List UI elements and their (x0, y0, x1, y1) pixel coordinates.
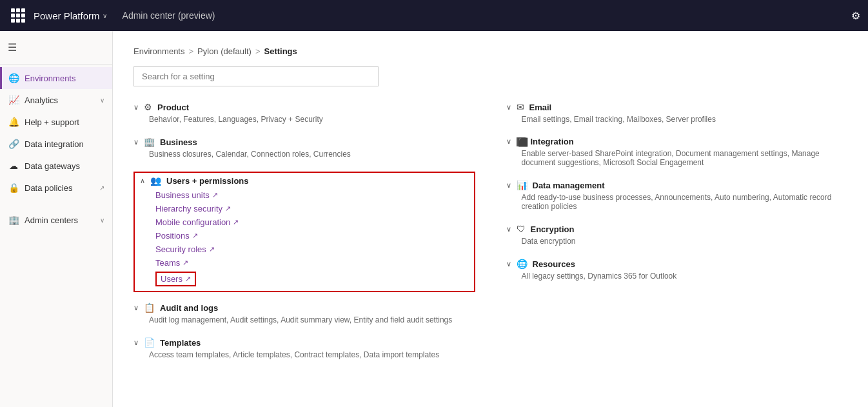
settings-columns: ∨ ⚙ Product Behavior, Features, Language… (133, 102, 847, 372)
sidebar-top: ☰ (0, 31, 112, 65)
chevron-down-icon: ∨ (133, 138, 139, 146)
audit-logs-title: Audit and logs (160, 303, 218, 313)
email-icon: ✉ (517, 102, 524, 112)
templates-desc: Access team templates, Article templates… (149, 350, 475, 359)
sidebar-item-analytics[interactable]: 📈 Analytics ∨ (0, 89, 112, 111)
hierarchy-security-label: Hierarchy security (155, 204, 222, 213)
integration-title: Integration (531, 137, 574, 146)
users-icon: 👥 (150, 175, 161, 186)
audit-logs-header[interactable]: ∨ 📋 Audit and logs (133, 303, 475, 313)
email-desc: Email settings, Email tracking, Mailboxe… (522, 115, 848, 124)
integration-desc: Enable server-based SharePoint integrati… (522, 149, 848, 167)
data-policies-icon: 🔒 (8, 183, 19, 193)
data-management-header[interactable]: ∨ 📊 Data management (506, 180, 848, 190)
sidebar-item-label: Data policies (25, 183, 94, 193)
product-title: Product (157, 103, 189, 112)
users-permissions-header[interactable]: ∧ 👥 Users + permissions (140, 175, 469, 186)
external-link-icon: ↗ (185, 275, 191, 283)
resources-desc: All legacy settings, Dynamics 365 for Ou… (522, 272, 848, 281)
product-desc: Behavior, Features, Languages, Privacy +… (149, 115, 475, 124)
sidebar-nav: 🌐 Environments 📈 Analytics ∨ 🔔 Help + su… (0, 67, 112, 231)
product-icon: ⚙ (144, 102, 152, 112)
gear-icon[interactable]: ⚙ (851, 10, 860, 22)
hierarchy-security-link[interactable]: Hierarchy security ↗ (155, 202, 469, 215)
waffle-button[interactable] (8, 5, 28, 26)
business-icon: 🏢 (144, 137, 155, 147)
business-units-link[interactable]: Business units ↗ (155, 188, 469, 202)
business-section: ∨ 🏢 Business Business closures, Calendar… (133, 137, 475, 159)
sidebar-item-label: Analytics (25, 95, 95, 105)
chevron-down-icon: ∨ (506, 181, 511, 190)
business-units-label: Business units (155, 190, 210, 200)
app-title-chevron: ∨ (103, 12, 107, 19)
external-link-icon: ↗ (225, 204, 231, 213)
sidebar-item-admin-centers[interactable]: 🏢 Admin centers ∨ (0, 209, 112, 231)
sidebar-item-help-support[interactable]: 🔔 Help + support (0, 111, 112, 133)
encryption-header[interactable]: ∨ 🛡 Encryption (506, 224, 848, 234)
teams-link[interactable]: Teams ↗ (155, 256, 469, 270)
chevron-down-icon: ∨ (133, 339, 139, 347)
users-highlighted-box: Users ↗ (155, 272, 196, 286)
main-layout: ☰ 🌐 Environments 📈 Analytics ∨ 🔔 Help + … (0, 31, 868, 407)
data-management-section: ∨ 📊 Data management Add ready-to-use bus… (506, 180, 848, 211)
positions-link[interactable]: Positions ↗ (155, 229, 469, 243)
resources-icon: 🌐 (517, 259, 528, 269)
top-navigation: Power Platform ∨ Admin center (preview) … (0, 0, 868, 31)
encryption-icon: 🛡 (517, 224, 526, 234)
sidebar-item-data-integration[interactable]: 🔗 Data integration (0, 133, 112, 155)
external-link-icon: ↗ (233, 218, 239, 226)
integration-icon: ⬛ (517, 137, 526, 146)
settings-left-column: ∨ ⚙ Product Behavior, Features, Language… (133, 102, 475, 372)
data-integration-icon: 🔗 (8, 139, 19, 149)
sidebar-item-data-gateways[interactable]: ☁ Data gateways (0, 155, 112, 177)
data-management-icon: 📊 (517, 180, 528, 190)
templates-section: ∨ 📄 Templates Access team templates, Art… (133, 337, 475, 359)
chevron-down-icon: ∨ (133, 103, 139, 112)
security-roles-label: Security roles (155, 244, 206, 254)
sidebar-item-label: Admin centers (25, 215, 95, 225)
content-area: Environments > Pylon (default) > Setting… (113, 31, 868, 407)
email-section-header[interactable]: ∨ ✉ Email (506, 102, 848, 112)
teams-label: Teams (155, 258, 180, 268)
encryption-desc: Data encryption (522, 237, 848, 246)
external-link-icon: ↗ (209, 245, 215, 253)
users-permissions-section: ∧ 👥 Users + permissions Business units ↗… (133, 172, 475, 292)
sidebar-item-data-policies[interactable]: 🔒 Data policies ↗ (0, 177, 112, 199)
resources-header[interactable]: ∨ 🌐 Resources (506, 259, 848, 269)
product-section-header[interactable]: ∨ ⚙ Product (133, 102, 475, 112)
email-section: ∨ ✉ Email Email settings, Email tracking… (506, 102, 848, 124)
app-title[interactable]: Power Platform ∨ (34, 10, 107, 21)
resources-section: ∨ 🌐 Resources All legacy settings, Dynam… (506, 259, 848, 281)
audit-logs-section: ∨ 📋 Audit and logs Audit log management,… (133, 303, 475, 324)
chevron-down-icon: ∨ (506, 225, 511, 233)
business-title: Business (160, 137, 197, 147)
breadcrumb-environments[interactable]: Environments (133, 46, 184, 56)
breadcrumb: Environments > Pylon (default) > Setting… (133, 46, 847, 56)
integration-section-header[interactable]: ∨ ⬛ Integration (506, 137, 848, 146)
hamburger-icon[interactable]: ☰ (0, 36, 112, 59)
positions-label: Positions (155, 231, 190, 241)
data-management-title: Data management (533, 181, 605, 190)
sidebar-item-environments[interactable]: 🌐 Environments (0, 67, 112, 89)
mobile-configuration-link[interactable]: Mobile configuration ↗ (155, 215, 469, 229)
encryption-title: Encryption (531, 224, 575, 234)
security-roles-link[interactable]: Security roles ↗ (155, 243, 469, 256)
business-section-header[interactable]: ∨ 🏢 Business (133, 137, 475, 147)
chevron-down-icon: ∨ (506, 103, 511, 112)
app-title-text: Power Platform (34, 10, 100, 21)
breadcrumb-current: Settings (264, 46, 297, 56)
users-link[interactable]: Users ↗ (155, 270, 469, 288)
chevron-down-icon: ∨ (506, 260, 511, 268)
mobile-configuration-label: Mobile configuration (155, 217, 230, 227)
templates-header[interactable]: ∨ 📄 Templates (133, 337, 475, 348)
email-title: Email (529, 103, 552, 112)
users-permissions-subitems: Business units ↗ Hierarchy security ↗ Mo… (155, 188, 469, 288)
users-label: Users (161, 274, 182, 284)
breadcrumb-pylon[interactable]: Pylon (default) (197, 46, 252, 56)
page-subtitle: Admin center (preview) (123, 10, 851, 21)
sidebar-item-label: Environments (25, 74, 104, 83)
sidebar-item-label: Data integration (25, 139, 104, 149)
audit-logs-desc: Audit log management, Audit settings, Au… (149, 315, 475, 324)
help-icon: 🔔 (8, 117, 19, 127)
search-input[interactable] (133, 66, 379, 86)
